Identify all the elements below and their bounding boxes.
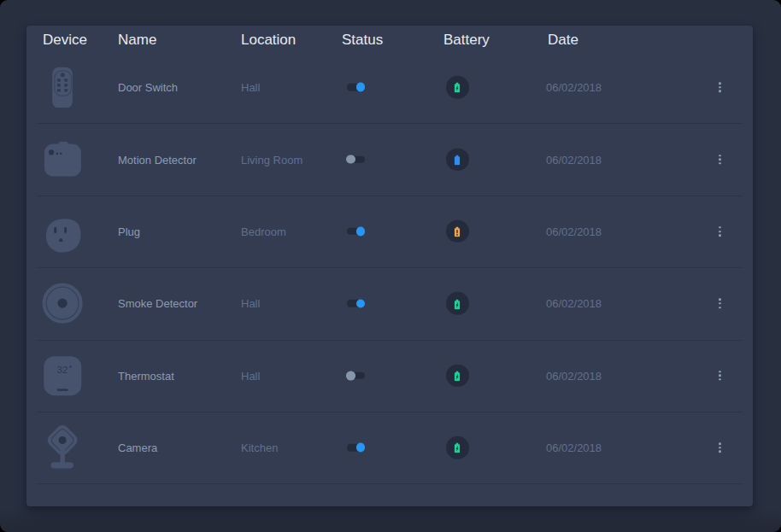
svg-text:32: 32 bbox=[56, 365, 68, 375]
